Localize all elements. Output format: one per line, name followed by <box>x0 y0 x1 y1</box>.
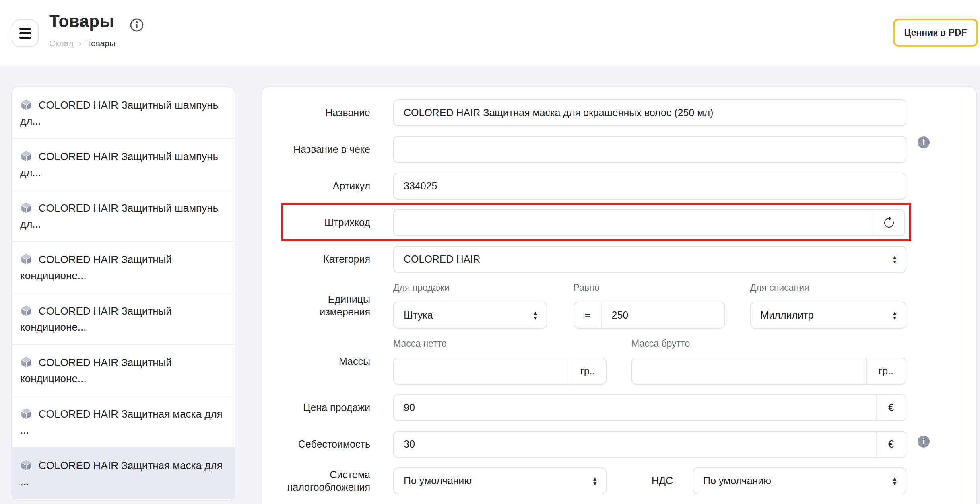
package-icon <box>20 356 32 368</box>
list-item-label: COLORED HAIR Защитный кондиционе... <box>20 356 172 385</box>
gross-mass-unit: гр.. <box>866 358 906 384</box>
for-sale-label: Для продажи <box>393 282 547 293</box>
tax-value: По умолчанию <box>404 475 472 487</box>
chevron-right-icon: › <box>78 39 82 47</box>
list-item-label: COLORED HAIR Защитный шампунь дл... <box>20 150 218 179</box>
generate-barcode-button[interactable] <box>873 210 904 235</box>
stepper-arrows-icon: ▲▼ <box>892 476 897 486</box>
receipt-name-input[interactable] <box>393 136 906 163</box>
receipt-name-label: Название в чеке <box>262 136 370 163</box>
row-units: Единицы измерения Для продажи Штука ▲▼ Р… <box>262 282 976 329</box>
list-item-label: COLORED HAIR Защитный кондиционе... <box>20 253 172 282</box>
net-mass-label: Масса нетто <box>393 338 607 349</box>
category-label: Категория <box>262 246 370 273</box>
row-receipt-name: Название в чеке <box>262 136 976 163</box>
row-sku: Артикул <box>262 173 976 200</box>
package-icon <box>20 407 32 420</box>
product-form-panel: Название Название в чеке i Артикул Штрих… <box>261 86 977 504</box>
category-value: COLORED HAIR <box>404 253 480 265</box>
package-icon <box>20 202 32 214</box>
package-icon <box>20 459 32 471</box>
row-category: Категория COLORED HAIR ▲▼ <box>262 246 976 273</box>
breadcrumb-parent[interactable]: Склад <box>49 39 74 48</box>
tax-label: Система налогообложения <box>262 467 370 494</box>
cost-currency: € <box>876 432 906 457</box>
list-item-selected[interactable]: COLORED HAIR Защитная маска для ... <box>12 448 235 499</box>
stepper-arrows-icon: ▲▼ <box>892 311 897 320</box>
list-item[interactable]: COLORED HAIR Защитный кондиционе... <box>12 345 235 396</box>
list-item[interactable]: COLORED HAIR Защитная маска для ... <box>12 396 235 448</box>
list-item[interactable]: COLORED HAIR Защитный шампунь дл... <box>12 139 235 190</box>
refresh-icon <box>883 216 895 229</box>
breadcrumb: Склад › Товары <box>49 39 116 48</box>
name-input[interactable] <box>393 99 906 126</box>
list-item[interactable]: COLORED HAIR Защитный кондиционе... <box>12 293 235 345</box>
units-label: Единицы измерения <box>262 282 370 329</box>
row-cost: Себестоимость € <box>262 431 976 458</box>
name-label: Название <box>262 99 370 126</box>
cost-info-icon[interactable]: i <box>918 436 930 448</box>
price-currency: € <box>876 395 906 420</box>
equals-value-input[interactable] <box>602 302 724 328</box>
price-label: Цена продажи <box>262 394 370 421</box>
equals-sign: = <box>574 302 602 328</box>
receipt-name-info-icon[interactable]: i <box>918 136 930 148</box>
for-sale-value: Штука <box>404 309 433 321</box>
product-list: COLORED HAIR Защитный шампунь дл... COLO… <box>11 86 235 501</box>
masses-label: Массы <box>262 338 370 385</box>
title-info-icon[interactable] <box>130 18 144 32</box>
stepper-arrows-icon: ▲▼ <box>533 311 538 320</box>
tax-select[interactable]: По умолчанию ▲▼ <box>393 467 607 494</box>
sku-label: Артикул <box>262 173 370 200</box>
package-icon <box>20 150 32 162</box>
list-item-label: COLORED HAIR Защитная маска для ... <box>20 459 223 488</box>
list-item-label: COLORED HAIR Защитная маска для ... <box>20 408 223 436</box>
vat-select[interactable]: По умолчанию ▲▼ <box>693 467 906 494</box>
cost-label: Себестоимость <box>262 431 370 458</box>
cost-input[interactable] <box>394 432 876 457</box>
breadcrumb-current: Товары <box>87 39 116 48</box>
writeoff-label: Для списания <box>750 282 907 293</box>
stepper-arrows-icon: ▲▼ <box>592 476 598 486</box>
menu-button[interactable] <box>12 19 39 47</box>
barcode-label: Штрихкод <box>262 209 370 236</box>
category-select[interactable]: COLORED HAIR ▲▼ <box>393 246 906 273</box>
row-barcode: Штрихкод <box>262 209 976 236</box>
page-title: Товары <box>49 7 114 35</box>
row-name: Название <box>262 99 976 126</box>
net-mass-unit: гр.. <box>569 358 606 384</box>
price-tag-pdf-button[interactable]: Ценник в PDF <box>893 19 978 47</box>
row-masses: Массы Масса нетто гр.. Масса брутто гр.. <box>262 338 976 385</box>
price-input[interactable] <box>394 395 876 420</box>
list-item[interactable]: COLORED HAIR Защитный шампунь дл... <box>12 190 235 242</box>
package-icon <box>20 304 32 317</box>
list-item-label: COLORED HAIR Защитный кондиционе... <box>20 305 172 333</box>
list-item-label: COLORED HAIR Защитный шампунь дл... <box>20 99 218 127</box>
list-item[interactable]: COLORED HAIR Защитный кондиционе... <box>12 242 235 293</box>
writeoff-select[interactable]: Миллилитр ▲▼ <box>750 302 907 329</box>
list-item[interactable]: COLORED HAIR Защитный шампунь дл... <box>12 87 235 139</box>
net-mass-input[interactable] <box>394 358 569 384</box>
equals-label: Равно <box>574 282 725 293</box>
row-price: Цена продажи € <box>262 394 976 421</box>
stepper-arrows-icon: ▲▼ <box>892 255 897 264</box>
vat-value: По умолчанию <box>703 475 771 487</box>
gross-mass-label: Масса брутто <box>631 338 906 349</box>
package-icon <box>20 99 32 111</box>
header: Товары Склад › Товары Ценник в PDF <box>0 0 980 66</box>
writeoff-value: Миллилитр <box>761 309 814 321</box>
package-icon <box>20 253 32 265</box>
row-tax: Система налогообложения По умолчанию ▲▼ … <box>262 467 976 494</box>
sku-input[interactable] <box>393 173 906 200</box>
list-item-label: COLORED HAIR Защитный шампунь дл... <box>20 202 218 230</box>
gross-mass-input[interactable] <box>632 358 866 384</box>
vat-label: НДС <box>607 475 673 487</box>
for-sale-select[interactable]: Штука ▲▼ <box>393 302 547 329</box>
barcode-input[interactable] <box>394 210 873 235</box>
